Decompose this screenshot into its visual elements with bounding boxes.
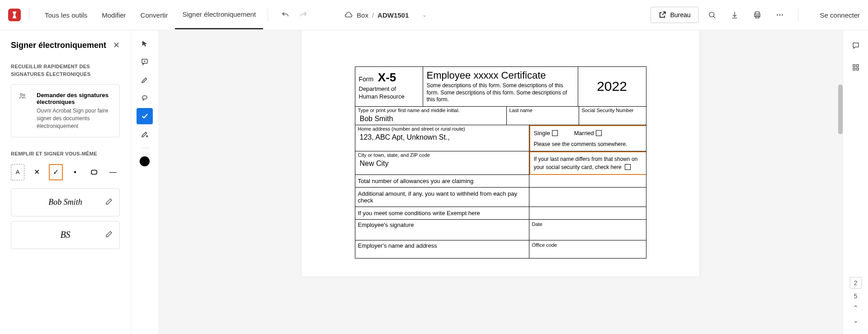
- print-icon[interactable]: [753, 10, 762, 19]
- lasso-tool[interactable]: [137, 90, 153, 106]
- pdf-page: Form X-5 Department of Human Resource Em…: [302, 30, 699, 277]
- form-x5: Form X-5 Department of Human Resource Em…: [355, 66, 646, 259]
- marital-box: Single Married Please see the comments s…: [529, 125, 646, 152]
- last-name-label: Last name: [509, 108, 576, 113]
- form-code: X-5: [378, 71, 396, 85]
- allowances-label: Total number of allowances you are claim…: [355, 175, 529, 188]
- scrollbar-thumb[interactable]: [838, 85, 843, 134]
- app-logo: [8, 9, 21, 21]
- circle-tool[interactable]: [87, 164, 101, 180]
- city-label: City or town, state, and ZIP code: [358, 152, 526, 158]
- edit-signature-icon[interactable]: [105, 198, 113, 207]
- search-icon[interactable]: [708, 10, 717, 19]
- svg-rect-15: [853, 68, 855, 71]
- page-up-icon[interactable]: ⌃: [851, 303, 860, 312]
- comment-panel-icon[interactable]: [851, 41, 860, 50]
- date-label: Date: [532, 221, 643, 227]
- svg-point-12: [146, 136, 148, 137]
- address-value[interactable]: 123, ABC Apt, Unknown St.,: [358, 132, 526, 142]
- download-icon[interactable]: [730, 10, 739, 19]
- location-service: Box: [357, 11, 368, 19]
- office-label: Office code: [532, 242, 643, 248]
- comment-tool[interactable]: [137, 54, 153, 70]
- document-name: ADW1501: [377, 11, 409, 19]
- nav-sign[interactable]: Signer électroniquement: [175, 0, 263, 29]
- single-checkbox[interactable]: [552, 130, 558, 136]
- more-icon[interactable]: [775, 10, 784, 19]
- signature-preview: Bob Smith: [48, 198, 82, 207]
- checkmark-tool[interactable]: ✓: [49, 164, 63, 180]
- first-name-label: Type or print your first name and middle…: [358, 108, 504, 113]
- section-collect: RECUEILLIR RAPIDEMENT DES SIGNATURES ÉLE…: [11, 63, 120, 78]
- section-self-sign: REMPLIR ET SIGNER VOUS-MÊME: [11, 150, 120, 158]
- open-desktop-button[interactable]: Bureau: [651, 7, 698, 23]
- dept-line2: Human Resource: [359, 93, 419, 100]
- svg-point-8: [23, 94, 25, 96]
- chevron-down-icon[interactable]: ⌄: [422, 12, 427, 18]
- text-field-tool[interactable]: A: [11, 164, 24, 180]
- request-signatures-card[interactable]: Demander des signatures électroniques Ou…: [11, 84, 120, 137]
- form-year: 2022: [578, 67, 646, 106]
- document-viewport[interactable]: Form X-5 Department of Human Resource Em…: [158, 30, 843, 334]
- dot-tool[interactable]: •: [68, 164, 82, 180]
- panel-title: Signer électroniquement: [11, 41, 106, 50]
- edit-initials-icon[interactable]: [105, 230, 113, 240]
- ssn-label: Social Security Number: [582, 108, 643, 113]
- card-title: Demander des signatures électroniques: [37, 92, 112, 105]
- svg-point-7: [20, 94, 23, 96]
- svg-point-5: [779, 14, 780, 16]
- login-button[interactable]: Se connecter: [820, 11, 860, 19]
- current-page[interactable]: 2: [850, 277, 862, 289]
- exempt-label: If you meet some conditions write Exempt…: [355, 207, 529, 220]
- color-picker[interactable]: [140, 156, 150, 166]
- marital-note: Please see the comments somewhere.: [534, 140, 642, 148]
- cross-tool[interactable]: ✕: [30, 164, 43, 180]
- nav-convert[interactable]: Convertir: [133, 1, 175, 29]
- page-navigator: 2 5 ⌃ ⌄: [843, 277, 868, 325]
- signature-label: Employee's signature: [355, 220, 529, 240]
- undo-icon[interactable]: [281, 10, 290, 19]
- svg-point-0: [709, 12, 714, 17]
- nav-edit[interactable]: Modifier: [94, 1, 133, 29]
- form-description: Some descriptions of this form. Some des…: [427, 82, 574, 103]
- name-differ-checkbox[interactable]: [625, 164, 631, 170]
- first-name-value[interactable]: Bob Smith: [358, 113, 504, 124]
- checkmark-stamp-tool[interactable]: [137, 108, 153, 124]
- right-sidebar: 2 5 ⌃ ⌄: [843, 30, 868, 334]
- highlight-tool[interactable]: [137, 72, 153, 88]
- signature-box[interactable]: Bob Smith: [11, 188, 120, 216]
- svg-point-6: [781, 14, 783, 16]
- svg-point-11: [142, 96, 147, 99]
- married-label: Married: [574, 130, 594, 136]
- name-differ-text: If your last name differs from that show…: [534, 156, 638, 170]
- document-location[interactable]: Box / ADW1501 ⌄: [340, 10, 427, 19]
- nav-all-tools[interactable]: Tous les outils: [38, 1, 94, 29]
- redo-icon[interactable]: [299, 10, 308, 19]
- svg-point-4: [777, 14, 778, 16]
- city-value[interactable]: New City: [358, 158, 526, 169]
- sign-tool[interactable]: [137, 126, 153, 142]
- single-label: Single: [534, 130, 550, 136]
- svg-rect-13: [853, 65, 855, 67]
- name-differ-box: If your last name differs from that show…: [529, 151, 646, 175]
- additional-label: Additional amount, if any, you want to w…: [355, 188, 529, 207]
- form-title: Employee xxxxx Certificate: [427, 70, 574, 81]
- line-tool[interactable]: —: [106, 164, 120, 180]
- pointer-tool[interactable]: [137, 36, 153, 52]
- svg-rect-14: [856, 65, 859, 67]
- total-pages: 5: [854, 292, 858, 300]
- grid-panel-icon[interactable]: [851, 63, 860, 72]
- dept-line1: Department of: [359, 85, 419, 92]
- initials-box[interactable]: BS: [11, 221, 120, 249]
- employer-label: Employer's name and address: [355, 240, 529, 258]
- svg-rect-16: [856, 68, 859, 71]
- page-down-icon[interactable]: ⌄: [851, 316, 860, 325]
- people-icon: [19, 92, 31, 101]
- close-panel-icon[interactable]: ✕: [113, 40, 120, 50]
- address-label: Home address (number and street or rural…: [358, 126, 526, 132]
- esign-panel: Signer électroniquement ✕ RECUEILLIR RAP…: [0, 30, 131, 334]
- svg-rect-9: [91, 170, 97, 174]
- married-checkbox[interactable]: [596, 130, 602, 136]
- form-label: Form: [359, 75, 374, 83]
- cloud-icon: [344, 10, 353, 19]
